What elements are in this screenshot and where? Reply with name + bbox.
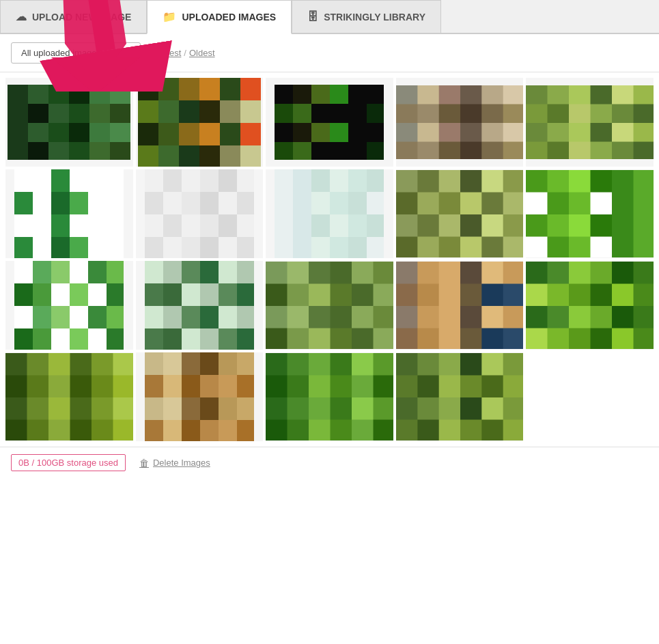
image-thumbnail-17[interactable] — [266, 352, 393, 441]
image-thumbnail-0[interactable] — [5, 78, 133, 167]
image-thumbnail-3[interactable] — [396, 78, 524, 167]
image-thumbnail-4[interactable] — [526, 78, 654, 167]
image-thumbnail-16[interactable] — [136, 352, 264, 441]
filter-select[interactable]: All uploaded images Images in use Images… — [11, 42, 141, 64]
library-icon: 🗄 — [307, 11, 318, 23]
sort-oldest[interactable]: Oldest — [189, 48, 215, 58]
tab-strikingly-library[interactable]: 🗄 STRIKINGLY LIBRARY — [292, 0, 441, 33]
sort-links: Newest / Oldest — [152, 48, 215, 58]
image-grid — [0, 72, 659, 447]
image-thumbnail-12[interactable] — [266, 261, 393, 350]
image-thumbnail-6[interactable] — [136, 169, 264, 258]
image-thumbnail-14[interactable] — [526, 261, 654, 350]
bottom-bar: 0B / 100GB storage used 🗑 Delete Images — [0, 447, 659, 478]
image-thumbnail-2[interactable] — [266, 78, 393, 167]
tab-bar: ☁ UPLOAD NEW IMAGE 📁 UPLOADED IMAGES 🗄 S… — [0, 0, 659, 34]
folder-icon: 📁 — [163, 10, 176, 23]
image-thumbnail-5[interactable] — [5, 169, 133, 258]
upload-icon: ☁ — [16, 10, 27, 23]
delete-images-button[interactable]: 🗑 Delete Images — [139, 458, 210, 468]
image-thumbnail-1[interactable] — [136, 78, 264, 167]
image-thumbnail-18[interactable] — [396, 352, 524, 441]
image-thumbnail-13[interactable] — [396, 261, 524, 350]
tab-upload-new[interactable]: ☁ UPLOAD NEW IMAGE — [0, 0, 147, 33]
trash-icon: 🗑 — [139, 458, 149, 468]
image-thumbnail-11[interactable] — [136, 261, 264, 350]
filter-bar: All uploaded images Images in use Images… — [0, 34, 659, 72]
tab-uploaded-images[interactable]: 📁 UPLOADED IMAGES — [147, 0, 292, 34]
storage-badge: 0B / 100GB storage used — [11, 454, 126, 471]
image-thumbnail-8[interactable] — [396, 169, 524, 258]
image-thumbnail-15[interactable] — [5, 352, 133, 441]
image-thumbnail-9[interactable] — [526, 169, 654, 258]
image-thumbnail-7[interactable] — [266, 169, 393, 258]
image-thumbnail-10[interactable] — [5, 261, 133, 350]
sort-newest[interactable]: Newest — [152, 48, 181, 58]
sort-separator: / — [184, 48, 186, 58]
